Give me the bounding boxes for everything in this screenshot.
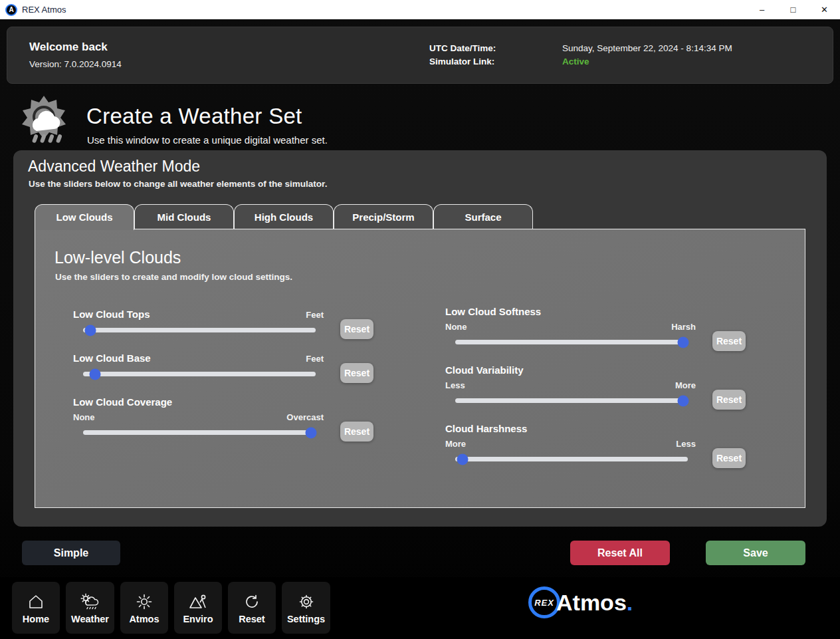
- welcome-text: Welcome back: [29, 41, 108, 54]
- app-body: Welcome back Version: 7.0.2024.0914 UTC …: [0, 19, 840, 639]
- slider-label: Low Cloud Base: [73, 352, 151, 364]
- slider-label: Cloud Variability: [445, 364, 524, 376]
- slider-row-cloud-harshness: Cloud Harshness More Less Reset: [445, 423, 746, 465]
- reset-cloud-harshness-button[interactable]: Reset: [712, 448, 746, 468]
- slider-row-low-cloud-coverage: Low Cloud Coverage None Overcast Reset: [73, 396, 373, 438]
- reset-low-cloud-softness-button[interactable]: Reset: [712, 331, 746, 351]
- save-button[interactable]: Save: [706, 541, 805, 565]
- gear-icon: [298, 592, 315, 612]
- slider-max-label: More: [675, 380, 696, 390]
- minimize-button[interactable]: –: [746, 0, 778, 19]
- slider-row-low-cloud-softness: Low Cloud Softness None Harsh Reset: [445, 306, 746, 348]
- reset-low-cloud-base-button[interactable]: Reset: [340, 363, 373, 383]
- atmos-logo-text: Atmos: [556, 590, 627, 616]
- slider-row-low-cloud-tops: Low Cloud Tops Feet Reset: [73, 309, 373, 336]
- nav-label: Enviro: [183, 614, 213, 624]
- simple-mode-button[interactable]: Simple: [22, 541, 120, 565]
- cloud-variability-slider[interactable]: [455, 398, 688, 403]
- window-controls: – □ ✕: [746, 0, 840, 19]
- slider-label: Low Cloud Softness: [445, 306, 541, 317]
- nav-atmos[interactable]: Atmos: [120, 582, 168, 634]
- atmos-logo-dot: .: [627, 590, 633, 616]
- status-header-card: Welcome back Version: 7.0.2024.0914 UTC …: [7, 27, 833, 84]
- tab-precip-storm[interactable]: Precip/Storm: [334, 204, 433, 229]
- slider-row-cloud-variability: Cloud Variability Less More Reset: [445, 364, 746, 406]
- nav-label: Settings: [287, 614, 325, 624]
- advanced-mode-subtitle: Use the sliders below to change all weat…: [29, 179, 327, 189]
- tab-surface[interactable]: Surface: [433, 204, 533, 229]
- cloud-harshness-slider[interactable]: [455, 457, 688, 461]
- slider-row-low-cloud-base: Low Cloud Base Feet Reset: [73, 352, 373, 380]
- sliders-left-column: Low Cloud Tops Feet Reset Low: [73, 309, 373, 455]
- mountain-icon: [189, 592, 207, 612]
- panel-title: Low-level Clouds: [54, 248, 181, 267]
- slider-max-label: Overcast: [286, 412, 324, 422]
- nav-label: Atmos: [129, 614, 159, 624]
- low-cloud-softness-slider[interactable]: [455, 340, 688, 344]
- slider-max-label: Harsh: [671, 322, 696, 332]
- window-titlebar: A REX Atmos – □ ✕: [0, 0, 840, 19]
- slider-thumb[interactable]: [306, 427, 317, 438]
- sun-icon: [136, 592, 153, 612]
- bottom-navbar: Home Weather: [0, 577, 840, 639]
- slider-min-label: Less: [445, 380, 465, 390]
- advanced-weather-card: Advanced Weather Mode Use the sliders be…: [13, 150, 827, 527]
- version-text: Version: 7.0.2024.0914: [29, 59, 122, 69]
- maximize-button[interactable]: □: [778, 0, 809, 19]
- app-logo-icon: A: [5, 4, 17, 16]
- slider-min-label: None: [73, 412, 95, 422]
- nav-tiles: Home Weather: [12, 582, 330, 634]
- nav-home[interactable]: Home: [12, 582, 60, 634]
- slider-max-label: Less: [676, 439, 696, 449]
- rex-logo-ring: REX: [528, 586, 560, 618]
- slider-label: Low Cloud Tops: [73, 309, 150, 320]
- nav-weather[interactable]: Weather: [66, 582, 114, 634]
- slider-unit: Feet: [306, 310, 324, 320]
- nav-label: Reset: [239, 614, 265, 624]
- slider-min-label: None: [445, 322, 467, 332]
- weather-set-icon: [19, 94, 77, 148]
- slider-min-label: More: [445, 439, 466, 449]
- sliders-right-column: Low Cloud Softness None Harsh Reset: [445, 306, 746, 481]
- slider-thumb[interactable]: [84, 324, 96, 336]
- slider-label: Cloud Harshness: [445, 423, 527, 434]
- page-title: Create a Weather Set: [86, 104, 302, 129]
- simulator-link-status: Active: [562, 57, 589, 66]
- reset-cloud-variability-button[interactable]: Reset: [712, 390, 746, 410]
- tab-low-clouds[interactable]: Low Clouds: [35, 204, 134, 230]
- nav-label: Weather: [71, 614, 109, 624]
- slider-unit: Feet: [306, 354, 324, 364]
- simulator-link-label: Simulator Link:: [429, 57, 494, 66]
- window-title: REX Atmos: [22, 5, 66, 15]
- weather-cloud-gear-icon: [80, 592, 99, 612]
- slider-thumb[interactable]: [457, 453, 468, 465]
- reset-all-button[interactable]: Reset All: [570, 541, 670, 565]
- tab-high-clouds[interactable]: High Clouds: [234, 204, 334, 229]
- slider-thumb[interactable]: [678, 336, 689, 348]
- advanced-mode-title: Advanced Weather Mode: [28, 158, 200, 176]
- nav-reset[interactable]: Reset: [228, 582, 276, 634]
- slider-label: Low Cloud Coverage: [73, 396, 172, 408]
- low-cloud-coverage-slider[interactable]: [83, 430, 316, 435]
- rex-logo-text: REX: [534, 598, 554, 608]
- panel-subtitle: Use the sliders to create and modify low…: [55, 272, 292, 282]
- utc-label: UTC Date/Time:: [429, 43, 496, 53]
- slider-thumb[interactable]: [89, 368, 100, 380]
- nav-enviro[interactable]: Enviro: [174, 582, 222, 634]
- utc-value: Sunday, September 22, 2024 - 8:14:34 PM: [562, 43, 732, 53]
- low-cloud-tops-slider[interactable]: [83, 328, 316, 332]
- reset-low-cloud-tops-button[interactable]: Reset: [340, 319, 373, 339]
- nav-label: Home: [23, 614, 49, 624]
- home-icon: [27, 592, 45, 612]
- reset-low-cloud-coverage-button[interactable]: Reset: [340, 422, 373, 442]
- low-cloud-base-slider[interactable]: [83, 372, 316, 376]
- nav-settings[interactable]: Settings: [282, 582, 330, 634]
- low-clouds-panel: Low-level Clouds Use the sliders to crea…: [35, 229, 805, 508]
- tab-mid-clouds[interactable]: Mid Clouds: [134, 204, 234, 229]
- app-window: A REX Atmos – □ ✕ Welcome back Version: …: [0, 0, 840, 639]
- rex-atmos-logo: REX Atmos .: [528, 586, 633, 618]
- close-button[interactable]: ✕: [809, 0, 840, 19]
- page-subtitle: Use this window to create a unique digit…: [87, 134, 328, 146]
- refresh-icon: [243, 592, 261, 612]
- slider-thumb[interactable]: [678, 395, 689, 406]
